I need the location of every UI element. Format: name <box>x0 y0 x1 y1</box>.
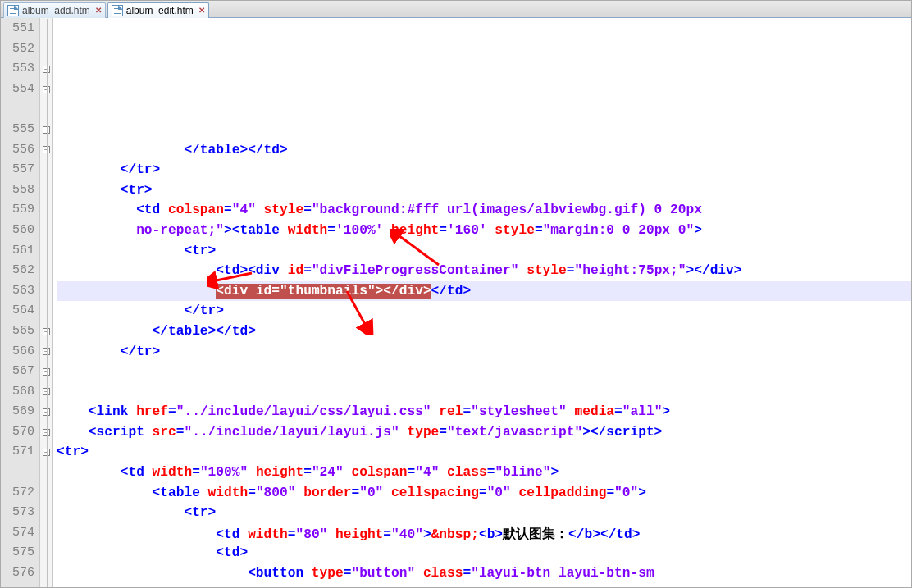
close-icon[interactable]: ✕ <box>95 7 102 15</box>
fold-cell[interactable] <box>40 503 52 523</box>
code-token <box>57 505 184 520</box>
code-line[interactable]: <tr> <box>57 180 911 201</box>
code-token <box>487 223 495 238</box>
fold-cell[interactable] <box>40 523 52 544</box>
line-number: 576 <box>1 563 34 584</box>
code-token: <td <box>121 465 153 480</box>
fold-cell[interactable]: − <box>40 382 52 403</box>
code-token: = <box>614 404 622 419</box>
code-token: </tr> <box>184 303 224 318</box>
fold-cell[interactable] <box>40 180 52 201</box>
code-token <box>518 263 527 278</box>
code-token: </tr> <box>121 162 161 177</box>
code-line[interactable]: <table width="800" border="0" cellspacin… <box>57 483 911 504</box>
code-line[interactable]: </tr> <box>57 342 911 362</box>
file-icon <box>112 5 123 16</box>
fold-cell[interactable] <box>40 19 52 39</box>
code-line[interactable]: <td> <box>57 543 911 563</box>
fold-cell[interactable] <box>40 99 52 120</box>
code-token: "stylesheet" <box>471 404 567 419</box>
fold-cell[interactable] <box>40 261 52 281</box>
code-token: rel <box>439 404 463 419</box>
code-line[interactable]: </tr> <box>57 301 911 321</box>
line-number <box>1 463 34 483</box>
code-token: "background:#fff url(images/albviewbg.gi… <box>312 203 710 217</box>
code-token: </table></td> <box>153 324 256 339</box>
line-number: 567 <box>1 362 34 382</box>
code-line[interactable]: <td width="100%" height="24" colspan="4"… <box>57 463 911 483</box>
code-editor[interactable]: 5515525535545555565575585595605615625635… <box>1 18 911 587</box>
fold-cell[interactable] <box>40 543 52 563</box>
code-token: "margin:0 0 20px 0" <box>543 223 695 238</box>
code-token: <td <box>136 203 168 217</box>
code-token: "24" <box>312 465 344 480</box>
code-line[interactable]: <td><div id="divFileProgressContainer" s… <box>57 261 911 281</box>
close-icon[interactable]: ✕ <box>198 7 205 15</box>
fold-cell[interactable] <box>40 39 52 60</box>
line-number: 569 <box>1 402 34 422</box>
tab-album-add[interactable]: album_add.htm ✕ <box>3 2 106 18</box>
line-number: 559 <box>1 200 34 221</box>
fold-cell[interactable] <box>40 483 52 504</box>
code-line[interactable]: no-repeat;"><table width='100%' height='… <box>57 221 911 241</box>
code-line[interactable]: </table></td> <box>57 140 911 161</box>
code-line[interactable]: <td width="80" height="40">&nbsp;<b>默认图集… <box>57 523 911 544</box>
line-number: 571 <box>1 442 34 463</box>
code-token: width <box>248 527 288 542</box>
line-number: 575 <box>1 543 34 563</box>
code-line[interactable] <box>57 362 911 382</box>
line-number: 554 <box>1 80 34 100</box>
code-line[interactable]: <link href="../include/layui/css/layui.c… <box>57 402 911 422</box>
fold-cell[interactable]: − <box>40 59 52 80</box>
code-line[interactable]: <div id="thumbnails"></div></td> <box>57 281 911 302</box>
code-line[interactable]: <tr> <box>57 442 911 463</box>
fold-cell[interactable]: − <box>40 342 52 362</box>
code-token: cellspacing <box>391 485 479 500</box>
fold-cell[interactable]: − <box>40 140 52 161</box>
fold-cell[interactable] <box>40 160 52 180</box>
code-token: > <box>694 223 702 238</box>
fold-cell[interactable] <box>40 584 52 587</box>
line-number: 551 <box>1 19 34 39</box>
code-line[interactable]: <script src="../include/layui/layui.js" … <box>57 422 911 443</box>
code-line[interactable]: <tr> <box>57 241 911 262</box>
code-token: style <box>264 203 304 217</box>
fold-gutter[interactable]: −−−−−−−−−−− <box>40 18 53 587</box>
code-area[interactable]: </table></td> </tr> <tr> <td colspan="4"… <box>53 18 911 587</box>
fold-cell[interactable] <box>40 241 52 262</box>
fold-cell[interactable] <box>40 563 52 584</box>
code-line[interactable]: <button type="button" class="layui-btn l… <box>57 563 911 584</box>
code-line[interactable]: </table></td> <box>57 321 911 342</box>
code-token: = <box>192 465 200 480</box>
code-token <box>57 324 153 339</box>
fold-cell[interactable] <box>40 281 52 302</box>
code-line[interactable] <box>57 382 911 403</box>
fold-cell[interactable]: − <box>40 321 52 342</box>
file-icon <box>7 5 19 16</box>
fold-cell[interactable]: − <box>40 120 52 140</box>
code-token: "80" <box>295 527 327 542</box>
fold-cell[interactable]: − <box>40 422 52 443</box>
code-token: style <box>527 263 567 278</box>
fold-cell[interactable] <box>40 200 52 221</box>
code-token: = <box>271 284 280 299</box>
fold-cell[interactable]: − <box>40 362 52 382</box>
tab-album-edit[interactable]: album_edit.htm ✕ <box>107 2 209 18</box>
line-number: 565 <box>1 321 34 342</box>
code-line[interactable]: <td colspan="4" style="background:#fff u… <box>57 200 911 221</box>
code-line[interactable]: </tr> <box>57 160 911 180</box>
fold-cell[interactable] <box>40 463 52 483</box>
fold-cell[interactable]: − <box>40 80 52 100</box>
code-line[interactable]: <tr> <box>57 503 911 523</box>
code-line[interactable]: layui-btn-normal imgurls"> <box>57 584 911 587</box>
line-number: 577 <box>1 584 34 587</box>
code-token: > <box>582 425 591 440</box>
fold-cell[interactable] <box>40 221 52 241</box>
fold-cell[interactable]: − <box>40 402 52 422</box>
code-token: <button <box>248 566 312 581</box>
fold-cell[interactable]: − <box>40 442 52 463</box>
code-token: = <box>606 485 614 500</box>
fold-cell[interactable] <box>40 301 52 321</box>
code-token <box>57 162 121 177</box>
code-token: = <box>407 465 415 480</box>
